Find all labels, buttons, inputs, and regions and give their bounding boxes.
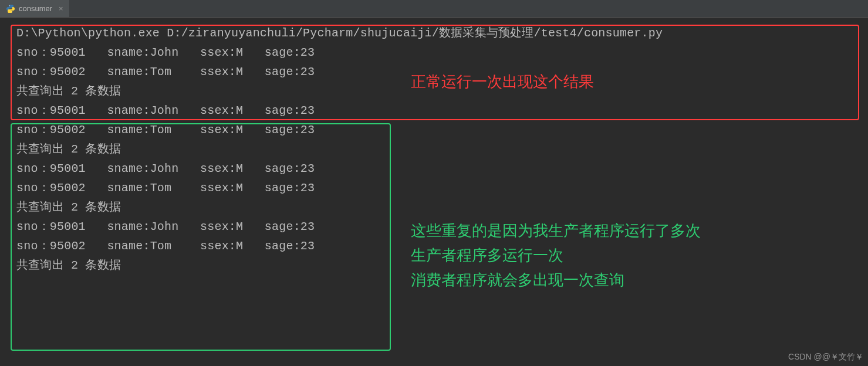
annotation-text-green: 这些重复的是因为我生产者程序运行了多次 生产者程序多运行一次 消费者程序就会多出… — [411, 218, 701, 292]
console-line: sno：95002 sname:Tom ssex:M sage:23 — [0, 178, 868, 198]
console-line: sno：95001 sname:John ssex:M sage:23 — [0, 101, 868, 120]
console-line: sno：95001 sname:John ssex:M sage:23 — [0, 159, 868, 178]
python-icon — [6, 4, 15, 13]
tab-consumer[interactable]: consumer × — [0, 0, 69, 17]
annotation-text-red: 正常运行一次出现这个结果 — [411, 69, 594, 94]
console-line-cmd: D:\Python\python.exe D:/ziranyuyanchuli/… — [0, 23, 868, 43]
console-line-summary: 共查询出 2 条数据 — [0, 198, 868, 217]
tab-label: consumer — [19, 4, 52, 13]
tab-bar: consumer × — [0, 0, 868, 18]
svg-point-0 — [9, 5, 9, 6]
console-line-summary: 共查询出 2 条数据 — [0, 140, 868, 159]
watermark: CSDN @@￥文竹￥ — [788, 352, 863, 362]
console-line: sno：95001 sname:John ssex:M sage:23 — [0, 43, 868, 62]
close-icon[interactable]: × — [59, 4, 63, 13]
console-line: sno：95002 sname:Tom ssex:M sage:23 — [0, 120, 868, 140]
svg-point-1 — [11, 11, 12, 12]
